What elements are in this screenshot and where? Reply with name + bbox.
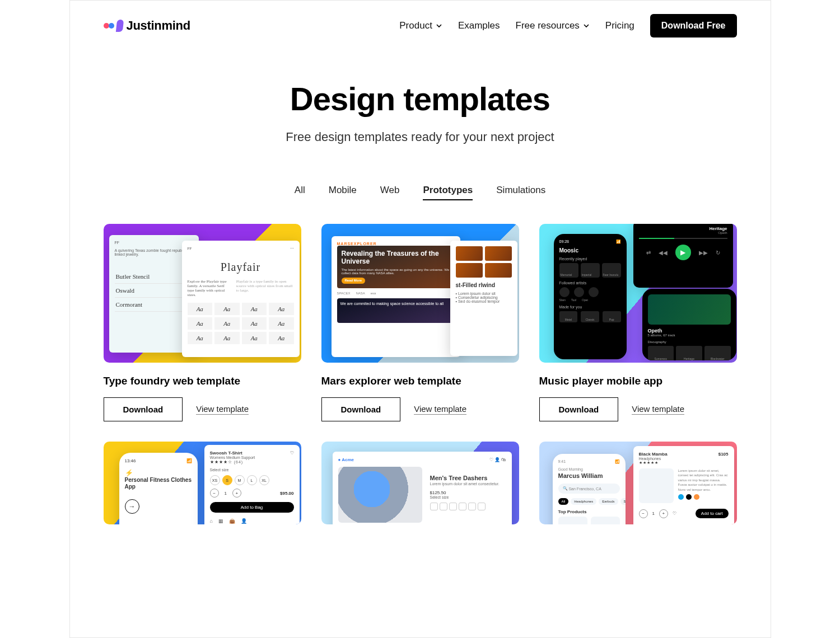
mock-shop-product: Black Mamba$105 Headphones ★★★★★ Lorem i… (633, 446, 734, 524)
templates-grid: FF⋯ A quivering Texas zombie fought repu… (70, 200, 771, 524)
bag-icon: 👜 (229, 518, 235, 524)
template-card: 09:28📶 Moosic Recently played MemorialIm… (539, 224, 737, 421)
chevron-down-icon (436, 22, 442, 29)
chevron-down-icon (583, 22, 590, 29)
mock-mars-main: MARSEXPLORER Revealing the Treasures of … (332, 236, 460, 357)
template-thumbnail[interactable]: 9:41📶 Good Morning Marcus William 🔍 San … (539, 442, 737, 524)
template-actions: Download View template (104, 397, 301, 421)
play-icon: ▶ (675, 245, 691, 260)
view-template-link[interactable]: View template (196, 404, 249, 415)
nav-examples[interactable]: Examples (458, 20, 500, 31)
nav-product[interactable]: Product (399, 20, 442, 31)
mock-moosic-artist: Opeth 5 albums, 67 track Discography Sor… (642, 289, 736, 360)
download-free-button[interactable]: Download Free (650, 14, 737, 37)
template-title: Music player mobile app (539, 375, 737, 387)
template-card: ● Acme♡ 👤 🛍 Men's Tree Dashers Lorem ips… (321, 442, 519, 524)
nav-label: Examples (458, 20, 500, 31)
nav-free-resources[interactable]: Free resources (516, 20, 590, 31)
user-icon: 👤 (241, 518, 247, 524)
download-button[interactable]: Download (539, 397, 619, 421)
logo[interactable]: Justinmind (104, 18, 190, 33)
heart-icon: ♡ (673, 511, 676, 516)
template-thumbnail[interactable]: 13:46📶 ⚡ Personal Fitness Clothes App → … (104, 442, 301, 524)
download-button[interactable]: Download (321, 397, 401, 421)
template-actions: Download View template (321, 397, 519, 421)
template-card: 9:41📶 Good Morning Marcus William 🔍 San … (539, 442, 737, 524)
template-thumbnail[interactable]: ● Acme♡ 👤 🛍 Men's Tree Dashers Lorem ips… (321, 442, 519, 524)
mock-shop-home: 9:41📶 Good Morning Marcus William 🔍 San … (553, 454, 626, 524)
download-button[interactable]: Download (104, 397, 183, 421)
mock-playfair: FF⋯ Playfair Explore the Playfair type f… (182, 241, 300, 357)
view-template-link[interactable]: View template (632, 404, 684, 415)
page-title: Design templates (70, 80, 771, 118)
tab-mobile[interactable]: Mobile (329, 185, 357, 200)
hero: Design templates Free design templates r… (70, 80, 771, 144)
tab-all[interactable]: All (295, 185, 305, 200)
view-template-link[interactable]: View template (414, 404, 466, 415)
mock-mars-side: st-Filled rlwind • Lorem ipsum dolor sit… (450, 241, 517, 356)
mock-moosic-player: Heritage Opeth ⇄◀◀▶▶▶↻ (633, 224, 733, 288)
template-title: Type foundry web template (104, 375, 301, 387)
template-thumbnail[interactable]: MARSEXPLORER Revealing the Treasures of … (321, 224, 519, 363)
product-image-icon (338, 467, 422, 523)
nav-pricing[interactable]: Pricing (605, 20, 634, 31)
tab-prototypes[interactable]: Prototypes (423, 185, 473, 200)
logo-text: Justinmind (127, 18, 190, 33)
arrow-right-icon: → (125, 499, 139, 514)
tab-web[interactable]: Web (380, 185, 400, 200)
template-thumbnail[interactable]: 09:28📶 Moosic Recently played MemorialIm… (539, 224, 737, 363)
site-header: Justinmind Product Examples Free resourc… (70, 1, 771, 51)
filter-tabs: All Mobile Web Prototypes Simulations (70, 185, 771, 200)
mock-fitness-home: 13:46📶 ⚡ Personal Fitness Clothes App → (119, 453, 198, 524)
home-icon: ⌂ (210, 518, 213, 524)
template-card: 13:46📶 ⚡ Personal Fitness Clothes App → … (104, 442, 301, 524)
tab-simulations[interactable]: Simulations (496, 185, 545, 200)
template-title: Mars explorer web template (321, 375, 519, 387)
template-card: FF⋯ A quivering Texas zombie fought repu… (104, 224, 301, 421)
mock-acme: ● Acme♡ 👤 🛍 Men's Tree Dashers Lorem ips… (333, 452, 512, 524)
grid-icon: ▦ (218, 518, 223, 524)
template-actions: Download View template (539, 397, 737, 421)
nav-label: Product (399, 20, 432, 31)
nav-label: Free resources (516, 20, 580, 31)
mock-moosic-home: 09:28📶 Moosic Recently played MemorialIm… (554, 234, 627, 359)
player-controls-icon: ⇄◀◀▶▶▶↻ (639, 245, 727, 260)
logo-icon (104, 20, 123, 32)
nav-label: Pricing (605, 20, 634, 31)
main-nav: Product Examples Free resources Pricing … (399, 14, 736, 37)
template-thumbnail[interactable]: FF⋯ A quivering Texas zombie fought repu… (104, 224, 301, 363)
page-subtitle: Free design templates ready for your nex… (70, 130, 771, 144)
template-card: MARSEXPLORER Revealing the Treasures of … (321, 224, 519, 421)
search-icon: 🔍 (563, 486, 568, 491)
mock-fitness-product: Swoosh T-Shirt♡ Womens Medium Support ★★… (204, 445, 300, 524)
heart-icon: ♡ (290, 451, 294, 456)
